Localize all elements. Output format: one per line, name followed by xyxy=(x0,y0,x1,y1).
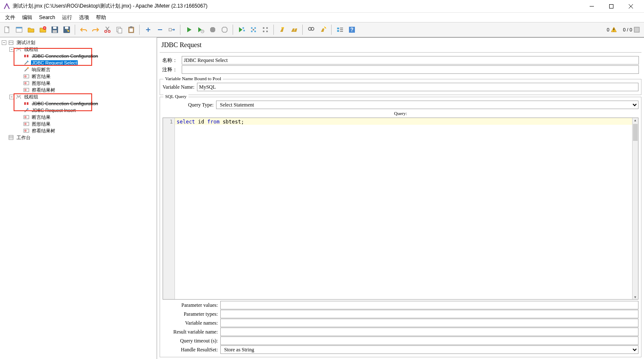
thread-count: 0 / 0 xyxy=(623,27,632,32)
variable-name-input[interactable] xyxy=(197,83,638,91)
remote-start-button[interactable] xyxy=(236,24,247,35)
expand-button[interactable] xyxy=(143,24,154,35)
collapse-icon[interactable]: − xyxy=(2,40,6,45)
start-notimers-button[interactable] xyxy=(195,24,206,35)
search-reset-button[interactable] xyxy=(318,24,329,35)
menu-options[interactable]: 选项 xyxy=(76,13,93,22)
minimize-button[interactable] xyxy=(582,0,602,13)
cut-button[interactable] xyxy=(102,24,113,35)
listener-icon xyxy=(23,127,30,134)
query-type-select[interactable]: Select Statement xyxy=(216,101,638,109)
testplan-icon xyxy=(8,39,14,46)
tree-view-results-tree-1[interactable]: 察看结果树 xyxy=(17,87,157,93)
tree-thread-group-1[interactable]: − 线程组 xyxy=(9,46,157,53)
name-label: 名称： xyxy=(162,57,179,64)
remote-start-notimers-button[interactable] xyxy=(248,24,259,35)
tree-jdbc-conn-1[interactable]: JDBC Connection Configuration xyxy=(17,53,157,59)
tree-thread-group-2[interactable]: − 线程组 xyxy=(9,93,157,100)
start-button[interactable] xyxy=(183,24,194,35)
tree-test-plan[interactable]: − 测试计划 xyxy=(2,39,157,46)
svg-point-57 xyxy=(11,42,11,43)
clear-button[interactable] xyxy=(277,24,288,35)
tree-workbench[interactable]: 工作台 xyxy=(2,134,157,141)
svg-point-34 xyxy=(251,31,253,32)
tree-assertion-results-1[interactable]: 断言结果 xyxy=(17,73,157,80)
open-button[interactable] xyxy=(25,24,37,35)
search-button[interactable] xyxy=(306,24,317,35)
svg-rect-45 xyxy=(337,28,339,29)
menu-run[interactable]: 运行 xyxy=(59,13,76,22)
shutdown-button[interactable] xyxy=(219,24,230,35)
result-var-input[interactable] xyxy=(220,328,638,336)
svg-rect-62 xyxy=(27,55,28,57)
details-pane: JDBC Request 名称： 注释： Variable Name Bound… xyxy=(157,37,644,359)
collapse-icon[interactable]: − xyxy=(9,95,14,99)
tree-graph-results-1[interactable]: 图形结果 xyxy=(17,80,157,87)
tree-graph-results-2[interactable]: 图形结果 xyxy=(17,121,157,127)
app-icon xyxy=(3,3,10,10)
svg-line-17 xyxy=(106,27,109,31)
maximize-button[interactable] xyxy=(602,0,621,13)
titlebar: 测试计划.jmx (C:\Users\ROG\Desktop\测试计划.jmx)… xyxy=(0,0,644,13)
pool-legend: Variable Name Bound to Pool xyxy=(163,76,223,81)
vertical-scrollbar[interactable] xyxy=(632,118,638,299)
param-types-input[interactable] xyxy=(220,310,638,318)
svg-point-56 xyxy=(9,42,10,43)
config-icon xyxy=(23,53,30,59)
sampler-icon xyxy=(23,59,30,66)
tree-jdbc-conn-2[interactable]: JDBC Connection Configuration xyxy=(17,100,157,107)
line-gutter: 1 xyxy=(163,118,175,299)
tree-view-results-tree-2[interactable]: 察看结果树 xyxy=(17,127,157,134)
menu-file[interactable]: 文件 xyxy=(2,13,19,22)
tree-jdbc-request-insert[interactable]: JDBC Request Insert xyxy=(17,107,157,114)
param-types-label: Parameter types: xyxy=(163,311,218,317)
menu-search[interactable]: Search xyxy=(36,14,59,21)
stop-button[interactable] xyxy=(207,24,218,35)
collapse-icon[interactable]: − xyxy=(9,47,14,52)
templates-button[interactable] xyxy=(14,24,25,35)
svg-point-31 xyxy=(243,30,245,31)
threadgroup-icon xyxy=(15,46,22,53)
query-type-label: Query Type: xyxy=(163,102,214,108)
name-input[interactable] xyxy=(182,56,639,65)
svg-point-82 xyxy=(25,123,26,124)
svg-text:?: ? xyxy=(350,27,353,33)
clear-all-button[interactable] xyxy=(289,24,300,35)
var-names-input[interactable] xyxy=(220,319,638,327)
redo-button[interactable] xyxy=(90,24,101,35)
help-button[interactable]: ? xyxy=(346,24,357,35)
save-button[interactable] xyxy=(49,24,60,35)
new-button[interactable] xyxy=(2,24,13,35)
collapse-button[interactable] xyxy=(155,24,166,35)
menu-edit[interactable]: 编辑 xyxy=(19,13,36,22)
svg-rect-6 xyxy=(16,27,22,28)
handle-rs-select[interactable]: Store as String xyxy=(220,345,638,354)
copy-button[interactable] xyxy=(114,24,125,35)
svg-rect-41 xyxy=(281,27,284,28)
timeout-label: Query timeout (s): xyxy=(163,338,218,344)
svg-point-69 xyxy=(25,83,26,84)
svg-line-16 xyxy=(106,27,109,31)
function-helper-button[interactable] xyxy=(335,24,346,35)
tree-response-assert[interactable]: 响应断言 xyxy=(17,66,157,73)
svg-rect-13 xyxy=(65,27,68,29)
menu-help[interactable]: 帮助 xyxy=(93,13,110,22)
svg-rect-54 xyxy=(634,27,639,32)
close-button[interactable] xyxy=(621,0,641,13)
param-values-input[interactable] xyxy=(220,301,638,309)
toggle-button[interactable] xyxy=(166,24,177,35)
svg-point-74 xyxy=(20,95,21,96)
close-test-button[interactable] xyxy=(37,24,48,35)
paste-button[interactable] xyxy=(126,24,137,35)
tree-assertion-results-2[interactable]: 断言结果 xyxy=(17,114,157,121)
undo-button[interactable] xyxy=(78,24,89,35)
timeout-input[interactable] xyxy=(220,337,638,345)
listener-icon xyxy=(23,114,30,121)
remote-stop-button[interactable] xyxy=(260,24,271,35)
listener-icon xyxy=(23,80,30,87)
tree-jdbc-request-select[interactable]: JDBC Request Select xyxy=(17,59,157,66)
save-as-button[interactable] xyxy=(61,24,72,35)
sql-editor[interactable]: 1 select id from sbtest; xyxy=(163,118,638,300)
tree-pane[interactable]: − 测试计划 − 线程组 xyxy=(0,37,157,359)
comment-input[interactable] xyxy=(182,65,639,74)
